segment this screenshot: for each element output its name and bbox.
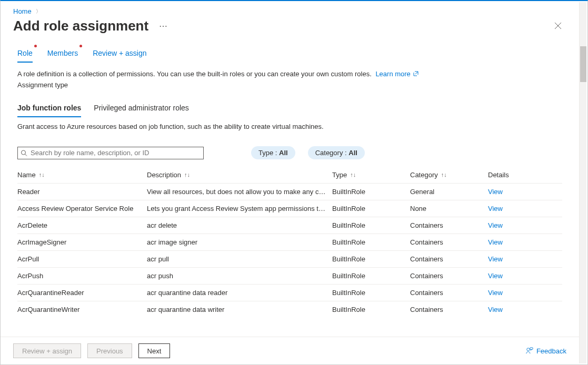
sort-icon: ↑↓	[39, 172, 45, 178]
close-button[interactable]	[550, 17, 566, 34]
sort-icon: ↑↓	[441, 172, 447, 178]
cell-description: acr delete	[147, 221, 332, 229]
col-type[interactable]: Type ↑↓	[332, 171, 410, 179]
scrollbar[interactable]	[579, 2, 586, 363]
sort-icon: ↑↓	[350, 172, 356, 178]
previous-button[interactable]: Previous	[87, 343, 132, 358]
cell-description: acr push	[147, 272, 332, 280]
breadcrumb: Home 〉	[1, 1, 579, 15]
cell-type: BuiltInRole	[332, 255, 410, 263]
filter-row: Type : All Category : All	[17, 146, 562, 159]
learn-more-link[interactable]: Learn more	[375, 70, 418, 78]
search-input[interactable]	[17, 147, 204, 159]
tab-privileged-admin-roles[interactable]: Privileged administrator roles	[94, 100, 189, 117]
step-label: Review + assign	[93, 49, 146, 57]
feedback-icon	[526, 347, 533, 354]
step-label: Members	[47, 49, 78, 57]
view-details-link[interactable]: View	[488, 188, 562, 196]
filter-type[interactable]: Type : All	[251, 146, 295, 159]
breadcrumb-home[interactable]: Home	[13, 7, 32, 15]
titlebar: Add role assignment ⋯	[1, 15, 579, 46]
cell-type: BuiltInRole	[332, 221, 410, 229]
view-details-link[interactable]: View	[488, 289, 562, 297]
search-icon	[21, 149, 27, 156]
wizard-steps: Role Members Review + assign	[1, 46, 579, 63]
cell-category: Containers	[410, 221, 488, 229]
role-description: A role definition is a collection of per…	[17, 70, 562, 78]
col-details: Details	[488, 171, 562, 179]
cell-category: Containers	[410, 238, 488, 246]
close-icon	[554, 22, 562, 29]
cell-name: Access Review Operator Service Role	[17, 205, 147, 212]
roles-table: Name ↑↓ Description ↑↓ Type ↑↓ Category …	[17, 167, 562, 337]
cell-name: AcrDelete	[17, 221, 147, 229]
cell-category: None	[410, 205, 488, 212]
cell-type: BuiltInRole	[332, 205, 410, 212]
cell-type: BuiltInRole	[332, 238, 410, 246]
view-details-link[interactable]: View	[488, 221, 562, 229]
table-header: Name ↑↓ Description ↑↓ Type ↑↓ Category …	[17, 167, 562, 183]
table-row[interactable]: AcrPullacr pullBuiltInRoleContainersView	[17, 250, 562, 267]
cell-description: acr quarantine data reader	[147, 289, 332, 297]
table-row[interactable]: AcrDeleteacr deleteBuiltInRoleContainers…	[17, 217, 562, 234]
cell-name: AcrImageSigner	[17, 238, 147, 246]
table-row[interactable]: ReaderView all resources, but does not a…	[17, 183, 562, 200]
scrollbar-thumb[interactable]	[580, 46, 586, 82]
step-role[interactable]: Role	[17, 46, 33, 63]
view-details-link[interactable]: View	[488, 205, 562, 212]
step-label: Role	[17, 49, 33, 57]
review-assign-button[interactable]: Review + assign	[13, 343, 81, 358]
cell-description: acr image signer	[147, 238, 332, 246]
cell-category: General	[410, 188, 488, 196]
cell-description: Lets you grant Access Review System app …	[147, 205, 332, 212]
cell-name: AcrQuarantineReader	[17, 289, 147, 297]
table-row[interactable]: Access Review Operator Service RoleLets …	[17, 200, 562, 217]
cell-description: acr quarantine data writer	[147, 306, 332, 313]
cell-type: BuiltInRole	[332, 289, 410, 297]
search-field	[17, 147, 204, 159]
cell-name: AcrQuarantineWriter	[17, 306, 147, 313]
col-description[interactable]: Description ↑↓	[147, 171, 332, 179]
cell-description: acr pull	[147, 255, 332, 263]
filter-category[interactable]: Category : All	[308, 146, 365, 159]
cell-type: BuiltInRole	[332, 306, 410, 313]
cell-name: Reader	[17, 188, 147, 196]
cell-category: Containers	[410, 289, 488, 297]
assignment-type-label: Assignment type	[17, 81, 562, 89]
page-title: Add role assignment	[13, 18, 148, 34]
table-row[interactable]: AcrQuarantineReaderacr quarantine data r…	[17, 284, 562, 301]
table-row[interactable]: AcrQuarantineWriteracr quarantine data w…	[17, 301, 562, 318]
next-button[interactable]: Next	[138, 343, 171, 358]
cell-description: View all resources, but does not allow y…	[147, 188, 332, 196]
more-actions-icon[interactable]: ⋯	[159, 21, 168, 31]
svg-point-0	[22, 150, 26, 155]
view-details-link[interactable]: View	[488, 255, 562, 263]
step-review-assign[interactable]: Review + assign	[93, 46, 146, 63]
tab-job-function-roles[interactable]: Job function roles	[17, 100, 81, 117]
cell-type: BuiltInRole	[332, 188, 410, 196]
required-dot-icon	[79, 45, 82, 47]
svg-rect-3	[530, 348, 533, 350]
svg-point-2	[527, 348, 530, 351]
col-name[interactable]: Name ↑↓	[17, 171, 147, 179]
subtab-description: Grant access to Azure resources based on…	[17, 123, 562, 130]
footer: Review + assign Previous Next Feedback	[1, 337, 579, 364]
table-row[interactable]: AcrPushacr pushBuiltInRoleContainersView	[17, 267, 562, 284]
cell-name: AcrPush	[17, 272, 147, 280]
cell-category: Containers	[410, 255, 488, 263]
col-category[interactable]: Category ↑↓	[410, 171, 488, 179]
view-details-link[interactable]: View	[488, 306, 562, 313]
step-members[interactable]: Members	[47, 46, 78, 63]
view-details-link[interactable]: View	[488, 272, 562, 280]
feedback-link[interactable]: Feedback	[526, 347, 566, 355]
view-details-link[interactable]: View	[488, 238, 562, 246]
cell-category: Containers	[410, 272, 488, 280]
required-dot-icon	[34, 45, 37, 47]
chevron-right-icon: 〉	[36, 8, 41, 15]
svg-line-1	[25, 154, 27, 156]
cell-type: BuiltInRole	[332, 272, 410, 280]
cell-name: AcrPull	[17, 255, 147, 263]
cell-category: Containers	[410, 306, 488, 313]
external-link-icon	[413, 70, 418, 75]
table-row[interactable]: AcrImageSigneracr image signerBuiltInRol…	[17, 234, 562, 250]
